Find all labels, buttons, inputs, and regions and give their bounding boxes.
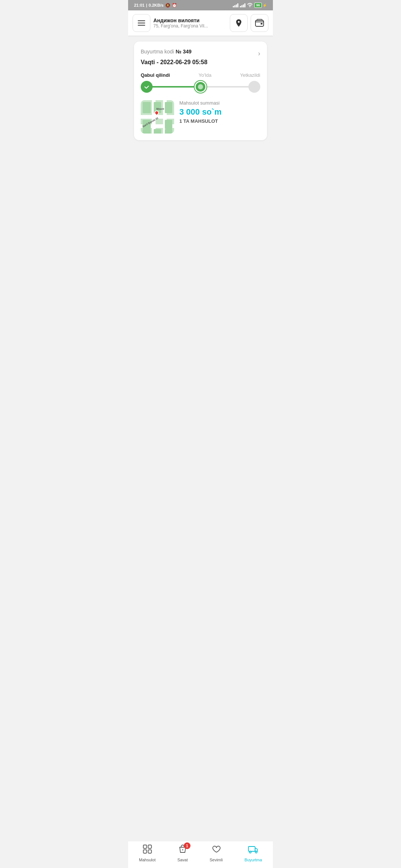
location-pin-icon xyxy=(235,19,243,27)
order-detail-chevron[interactable]: › xyxy=(258,50,260,57)
network-display: 0.2KB/s xyxy=(149,3,163,7)
order-info: Mahsulot summasi 3 000 so`m 1 TA MAHSULO… xyxy=(179,100,260,124)
map-place-label: Mount xyxy=(156,108,164,110)
order-code-container: Buyurtma kodi № 349 xyxy=(141,48,192,55)
signal-icon-2 xyxy=(240,3,245,7)
product-price: 3 000 so`m xyxy=(179,107,260,117)
time-display: 21:01 xyxy=(134,3,144,7)
battery-indicator: 96 ⚡ xyxy=(254,3,267,8)
product-count: 1 TA MAHSULOT xyxy=(179,118,260,124)
progress-dot-done xyxy=(141,81,153,93)
map-block-6 xyxy=(143,129,151,134)
map-block-1 xyxy=(143,102,151,113)
status-time-network: 21:01 | 0.2KB/s 🔕 ⏰ xyxy=(134,3,177,8)
map-pin-marker xyxy=(154,110,160,116)
order-header: Buyurtma kodi № 349 › xyxy=(141,48,260,57)
map-block-5 xyxy=(165,120,172,129)
map-pin xyxy=(154,111,159,115)
map-block-8 xyxy=(165,129,172,134)
alarm-icon: ⏰ xyxy=(172,3,177,8)
menu-button[interactable] xyxy=(133,14,150,32)
mute-icon: 🔕 xyxy=(165,3,170,8)
battery-charging-icon: ⚡ xyxy=(263,3,267,7)
wifi-icon xyxy=(247,3,253,8)
checkmark-icon xyxy=(144,84,150,90)
order-code-number: № 349 xyxy=(176,49,192,55)
main-content: Buyurtma kodi № 349 › Vaqti - 2022-06-29… xyxy=(128,36,273,170)
dot-inner-ring xyxy=(198,84,203,89)
app-header: Андижон вилояти 75, Farg'ona, Farg'ona V… xyxy=(128,10,273,36)
map-block-3 xyxy=(165,102,172,113)
address-title: Андижон вилояти xyxy=(153,17,227,23)
address-display: Андижон вилояти 75, Farg'ona, Farg'ona V… xyxy=(153,17,227,29)
order-detail: Mount Sarif Bande St Mahsulot summasi 3 … xyxy=(141,100,260,134)
signal-icon xyxy=(233,3,238,7)
wallet-icon xyxy=(255,19,264,27)
location-button[interactable] xyxy=(230,14,248,32)
battery-level: 96 xyxy=(254,3,262,8)
status-labels: Qabul qilindi Yo'lda Yetkazildi xyxy=(141,72,260,78)
status-indicators: 96 ⚡ xyxy=(233,3,267,8)
order-time: Vaqti - 2022-06-29 05:58 xyxy=(141,59,260,66)
product-sum-label: Mahsulot summasi xyxy=(179,100,260,106)
progress-dot-inactive xyxy=(248,81,260,93)
hamburger-icon xyxy=(138,20,145,26)
order-code-label: Buyurtma kodi xyxy=(141,49,174,55)
wallet-button[interactable] xyxy=(251,14,268,32)
progress-dot-active xyxy=(195,81,206,93)
status-bar: 21:01 | 0.2KB/s 🔕 ⏰ 96 ⚡ xyxy=(128,0,273,10)
map-block-7 xyxy=(154,129,161,134)
progress-track xyxy=(141,81,260,93)
map-grid: Mount Sarif Bande St xyxy=(141,100,174,134)
status-label-delivered: Yetkazildi xyxy=(240,72,260,78)
map-thumbnail: Mount Sarif Bande St xyxy=(141,100,174,134)
status-label-onway: Yo'lda xyxy=(199,72,212,78)
progress-dots xyxy=(141,81,260,93)
status-label-received: Qabul qilindi xyxy=(141,72,170,78)
order-card: Buyurtma kodi № 349 › Vaqti - 2022-06-29… xyxy=(134,42,267,140)
network-speed: | xyxy=(146,3,147,7)
address-subtitle: 75, Farg'ona, Farg'ona Vil... xyxy=(153,23,227,29)
svg-rect-1 xyxy=(261,23,263,24)
